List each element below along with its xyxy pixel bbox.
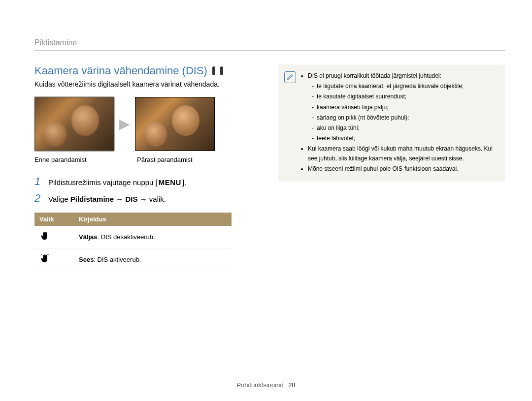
menu-button-label: MENU [158,178,182,186]
table-row: Sees: DIS aktiveerub. [34,248,232,271]
note-item: DIS ei pruugi korralikult töötada järgmi… [308,71,497,143]
th-option: Valik [34,213,74,226]
note-icon [284,71,296,83]
camera-p-icon: P [212,66,215,75]
hand-on-icon [39,258,50,266]
caption-before: Enne parandamist [34,156,113,163]
step-1: 1 Pildistusrežiimis vajutage nuppu [MENU… [34,175,259,188]
step-text-suffix: ]. [182,178,186,186]
hand-off-icon [39,236,50,243]
note-box: DIS ei pruugi korralikult töötada järgmi… [278,64,505,182]
step-bold: DIS [125,195,137,203]
section-title: Kaamera värina vähendamine (DIS) [34,64,207,77]
table-row: Väljas: DIS desaktiveerub. [34,226,232,248]
note-subitem: te kasutate digitaalset suurendust; [312,92,497,101]
step-number: 1 [34,175,43,188]
option-desc: : DIS aktiveerub. [94,256,141,263]
step-bold: Pildistamine [70,195,114,203]
photo-before [34,97,114,151]
note-subitem: te liigutate oma kaamerat, et järgneda l… [312,82,497,91]
th-description: Kirjeldus [74,213,232,226]
note-text: DIS ei pruugi korralikult töötada järgmi… [308,72,441,79]
step-number: 2 [34,192,43,205]
option-label: Sees [79,256,94,263]
arrow-right-icon: ▶ [119,117,130,131]
photo-after [135,97,215,151]
steps-list: 1 Pildistusrežiimis vajutage nuppu [MENU… [34,175,259,205]
step-arrow: → [137,195,149,203]
note-item: Mõne stseeni režiimi puhul pole OIS-funk… [308,164,497,174]
option-label: Väljas [79,233,98,241]
note-subitem: säriaeg on pikk (nt öövõtete puhul); [312,113,497,123]
section-intro: Kuidas võtterežiimis digitaalselt kaamer… [34,80,259,88]
option-desc: : DIS desaktiveerub. [98,233,155,241]
step-2: 2 Valige Pildistamine → DIS → valik. [34,192,259,205]
step-text: Valige [48,195,70,203]
step-text-suffix: valik. [149,195,166,203]
note-subitem: teete lähivõtet; [312,134,497,143]
breadcrumb: Pildistamine [34,38,505,51]
page-number: 28 [288,381,295,389]
note-subitem: aku on liiga tühi; [312,123,497,133]
example-images: ▶ [34,97,259,151]
caption-after: Pärast parandamist [137,156,216,163]
scene-icon: SCENE [220,66,223,75]
step-arrow: → [114,195,125,203]
step-text: Pildistusrežiimis vajutage nuppu [ [48,178,158,186]
page-footer: Põhifunktsioonid 28 [0,381,532,389]
note-subitem: kaamera väriseb liiga palju; [312,103,497,112]
options-table: Valik Kirjeldus Väljas: DIS desaktiveeru… [34,213,232,271]
note-item: Kui kaamera saab löögi või kukub maha mu… [308,144,497,163]
footer-section: Põhifunktsioonid [236,381,283,389]
